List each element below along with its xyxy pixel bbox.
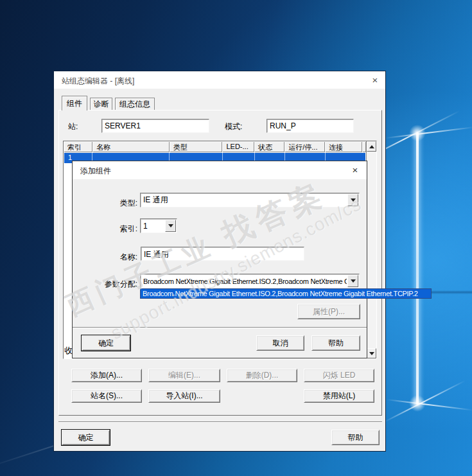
chevron-down-icon	[168, 224, 173, 227]
add-component-dialog: 添加组件 × 类型: IE 通用 索引: 1 名称: IE 通用 参数分配: B…	[72, 161, 367, 358]
name-value: IE 通用	[144, 250, 169, 259]
light-beam-top-right	[385, 127, 472, 139]
chevron-down-icon	[351, 279, 356, 283]
disable-station-button[interactable]: 禁用站(L)	[304, 389, 374, 403]
properties-button-label: 属性(P)...	[313, 306, 345, 317]
scroll-up-icon	[369, 145, 374, 148]
flash-led-button-label: 闪烁 LED	[323, 370, 356, 381]
window-title: 站组态编辑器 - [离线]	[62, 76, 134, 87]
name-label: 名称:	[107, 252, 137, 263]
tab-components-label: 组件	[67, 98, 82, 109]
disable-station-button-label: 禁用站(L)	[323, 391, 356, 401]
column-header-type[interactable]: 类型	[170, 141, 223, 152]
tab-diagnostics-label: 诊断	[94, 99, 109, 110]
edit-button-label: 编辑(E)...	[168, 370, 200, 381]
light-beam-vertical	[416, 132, 419, 405]
param-assignment-label: 参数分配:	[81, 279, 137, 290]
main-help-button-label: 帮助	[348, 432, 363, 443]
scroll-down-button[interactable]	[367, 348, 376, 358]
table-scrollbar[interactable]	[366, 141, 376, 358]
add-ok-button[interactable]: 确定	[82, 335, 130, 351]
type-label: 类型:	[107, 198, 137, 209]
column-header-index[interactable]: 索引	[64, 141, 92, 152]
column-header-connection[interactable]: 连接	[325, 141, 362, 152]
close-icon[interactable]: ×	[369, 74, 381, 86]
add-ok-button-label: 确定	[98, 338, 114, 349]
param-assignment-combobox[interactable]: Broadcom NetXtreme Gigabit Ethernet.ISO.…	[140, 274, 360, 288]
chevron-down-icon	[351, 198, 356, 202]
station-field[interactable]: SERVER1	[101, 119, 209, 133]
column-header-led[interactable]: LED-...	[222, 141, 254, 152]
column-header-name[interactable]: 名称	[92, 141, 170, 152]
add-help-button[interactable]: 帮助	[311, 335, 360, 351]
window-titlebar[interactable]: 站组态编辑器 - [离线] ×	[54, 71, 385, 89]
light-beam-bottom-right	[387, 399, 472, 411]
mode-label: 模式:	[225, 121, 242, 132]
station-name-button[interactable]: 站名(S)...	[71, 389, 142, 403]
add-button[interactable]: 添加(A)...	[71, 369, 142, 382]
station-value: SERVER1	[105, 121, 141, 130]
table-header-row: 索引 名称 类型 LED-... 状态 运行/停... 连接	[64, 141, 366, 152]
properties-button: 属性(P)...	[297, 304, 360, 319]
column-header-run-stop[interactable]: 运行/停...	[284, 141, 325, 152]
add-dialog-title: 添加组件	[80, 166, 111, 177]
param-dropdown-list-item-selected[interactable]: Broadcom NetXtreme Gigabit Ethernet.ISO.…	[140, 288, 432, 299]
station-label: 站:	[68, 121, 78, 132]
add-cancel-button[interactable]: 取消	[256, 335, 304, 351]
index-dropdown-button[interactable]	[165, 220, 176, 232]
delete-button-label: 删除(D)...	[246, 370, 279, 381]
param-dropdown-button[interactable]	[347, 275, 358, 287]
column-header-status[interactable]: 状态	[254, 141, 284, 152]
index-label: 索引:	[107, 224, 137, 234]
param-assignment-value: Broadcom NetXtreme Gigabit Ethernet.ISO.…	[141, 278, 347, 285]
flash-led-button: 闪烁 LED	[304, 369, 374, 382]
station-name-button-label: 站名(S)...	[91, 391, 123, 401]
mode-value: RUN_P	[270, 121, 296, 130]
index-combobox[interactable]: 1	[140, 218, 177, 233]
add-dialog-titlebar[interactable]: 添加组件 ×	[73, 161, 367, 179]
beam-glow-bottom	[409, 395, 426, 412]
index-value: 1	[141, 222, 164, 231]
main-ok-button[interactable]: 确定	[62, 430, 110, 445]
type-combobox[interactable]: IE 通用	[140, 193, 360, 207]
add-dialog-close-icon[interactable]: ×	[349, 164, 362, 176]
main-ok-button-label: 确定	[78, 432, 94, 443]
delete-button: 删除(D)...	[227, 369, 297, 382]
mode-field[interactable]: RUN_P	[267, 119, 354, 133]
add-help-button-label: 帮助	[328, 338, 344, 349]
scroll-down-icon	[369, 352, 374, 355]
edit-button: 编辑(E)...	[148, 369, 220, 382]
main-help-button[interactable]: 帮助	[331, 430, 380, 445]
type-dropdown-button[interactable]	[347, 194, 358, 206]
add-button-label: 添加(A)...	[91, 370, 123, 381]
tab-diagnostics[interactable]: 诊断	[90, 98, 112, 110]
add-cancel-button-label: 取消	[273, 338, 288, 349]
import-station-button[interactable]: 导入站(I)...	[148, 389, 220, 403]
tab-components[interactable]: 组件	[62, 96, 87, 110]
import-station-button-label: 导入站(I)...	[166, 391, 202, 401]
beam-glow-top	[409, 125, 426, 141]
scroll-up-button[interactable]	[367, 141, 376, 152]
name-field[interactable]: IE 通用	[141, 247, 304, 261]
tab-config-info[interactable]: 组态信息	[115, 98, 155, 110]
tab-config-info-label: 组态信息	[119, 99, 150, 110]
type-value: IE 通用	[141, 195, 347, 206]
footer-separator	[58, 421, 382, 423]
add-dialog-separator	[73, 327, 367, 328]
